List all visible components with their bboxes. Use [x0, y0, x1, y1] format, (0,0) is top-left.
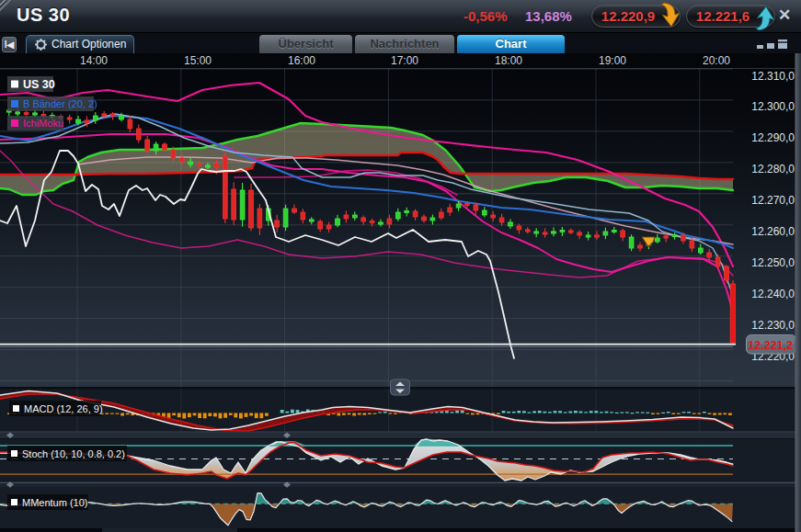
- svg-text:12.221,2: 12.221,2: [748, 339, 793, 352]
- svg-text:IchiMoku: IchiMoku: [23, 118, 63, 129]
- svg-text:12.300,0: 12.300,0: [751, 100, 795, 113]
- svg-text:12.270,0: 12.270,0: [751, 194, 795, 207]
- svg-text:12.260,0: 12.260,0: [751, 225, 795, 238]
- svg-text:17:00: 17:00: [391, 54, 418, 67]
- svg-text:19:00: 19:00: [599, 54, 626, 67]
- svg-text:B Bänder (20, 2): B Bänder (20, 2): [23, 98, 97, 109]
- svg-text:12.230,0: 12.230,0: [751, 319, 795, 332]
- svg-text:12.280,0: 12.280,0: [751, 163, 795, 175]
- svg-text:US 30: US 30: [23, 78, 55, 91]
- svg-text:Stoch (10, 10, 0.8, 0.2): Stoch (10, 10, 0.8, 0.2): [22, 448, 125, 459]
- svg-text:12.310,0: 12.310,0: [751, 70, 795, 83]
- svg-text:12.290,0: 12.290,0: [751, 131, 795, 144]
- svg-text:18:00: 18:00: [495, 54, 522, 67]
- svg-text:15:00: 15:00: [184, 54, 212, 67]
- svg-text:MMentum (10): MMentum (10): [22, 497, 88, 508]
- svg-text:16:00: 16:00: [288, 54, 315, 67]
- svg-text:12.250,0: 12.250,0: [751, 256, 795, 269]
- svg-text:12.240,0: 12.240,0: [751, 288, 795, 300]
- svg-text:20:00: 20:00: [703, 54, 730, 67]
- svg-text:MACD (12, 26, 9): MACD (12, 26, 9): [24, 403, 103, 414]
- svg-text:14:00: 14:00: [80, 54, 108, 67]
